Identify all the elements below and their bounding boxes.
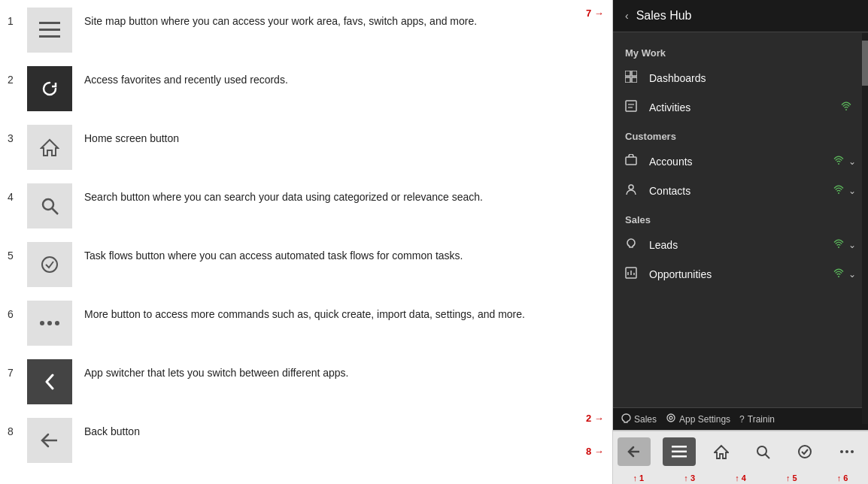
more-icon[interactable] <box>27 301 72 346</box>
svg-rect-14 <box>632 77 637 83</box>
more-nav-icon[interactable] <box>830 437 863 466</box>
sidebar-item-opportunities[interactable]: Opportunities⌄ <box>613 259 868 289</box>
sidebar-item-icon-leads <box>625 237 640 252</box>
chevron-down-icon-leads[interactable]: ⌄ <box>848 240 856 250</box>
wifi-icon-contacts <box>833 185 844 196</box>
item-row-4: 4Search button where you can search your… <box>8 183 597 228</box>
wifi-icon-leads <box>833 239 844 250</box>
hamburger-menu-icon[interactable] <box>27 8 72 53</box>
item-text-6: More button to access more commands such… <box>84 301 525 322</box>
bottom-bar-icon-0 <box>621 413 631 425</box>
svg-point-18 <box>845 109 847 110</box>
recent-records-icon[interactable] <box>27 66 72 111</box>
sidebar-item-label-contacts: Contacts <box>649 185 833 197</box>
sidebar-item-accounts[interactable]: Accounts⌄ <box>613 147 868 176</box>
hamburger-nav-icon[interactable] <box>663 437 696 466</box>
sidebar-item-icon-activities <box>625 100 640 114</box>
item-text-4: Search button where you can search your … <box>84 183 483 205</box>
task-flows-icon[interactable] <box>27 242 72 287</box>
svg-rect-1 <box>39 29 60 31</box>
svg-marker-3 <box>41 140 58 156</box>
nav-annotation-6: ↑ 6 <box>826 473 859 482</box>
item-number-6: 6 <box>8 308 21 320</box>
sidebar-item-label-accounts: Accounts <box>649 156 833 168</box>
sidebar-back-icon[interactable]: ‹ <box>625 10 629 22</box>
svg-line-5 <box>53 209 59 215</box>
home-icon[interactable] <box>27 125 72 170</box>
chevron-down-icon-contacts[interactable]: ⌄ <box>848 186 856 196</box>
svg-point-41 <box>851 450 854 453</box>
chevron-down-icon-opportunities[interactable]: ⌄ <box>848 269 856 280</box>
svg-rect-15 <box>626 101 636 111</box>
wifi-icon-accounts <box>833 156 844 167</box>
item-row-3: 3Home screen button <box>8 125 597 170</box>
item-text-7: App switcher that lets you switch betwee… <box>84 359 349 381</box>
item-row-8: 8Back button <box>8 418 597 463</box>
sidebar-item-icon-dashboards <box>625 71 640 85</box>
nav-bar <box>613 431 868 472</box>
back-nav-button[interactable] <box>618 437 651 466</box>
item-number-8: 8 <box>8 425 21 437</box>
taskflow-nav-icon[interactable] <box>788 437 821 466</box>
scrollbar-track[interactable] <box>862 33 868 424</box>
sidebar-item-dashboards[interactable]: Dashboards <box>613 63 868 92</box>
scrollbar-thumb[interactable] <box>862 41 868 86</box>
item-text-3: Home screen button <box>84 125 179 147</box>
bottom-bar-item-sales[interactable]: Sales <box>621 413 657 425</box>
app-switcher-icon[interactable] <box>27 359 72 404</box>
item-number-7: 7 <box>8 367 21 379</box>
item-number-5: 5 <box>8 250 21 262</box>
bottom-bar-item-trainin[interactable]: ?Trainin <box>739 414 775 425</box>
nav-annotation-4: ↑ 4 <box>724 473 757 482</box>
bottom-bar-label-1: App Settings <box>679 414 730 425</box>
chevron-down-icon-accounts[interactable]: ⌄ <box>848 156 856 167</box>
sidebar-item-label-opportunities: Opportunities <box>649 268 833 280</box>
bottom-bar-item-app-settings[interactable]: App Settings <box>666 413 730 425</box>
item-number-2: 2 <box>8 74 21 86</box>
svg-rect-19 <box>626 157 636 165</box>
left-panel: 1Site map button where you can access yo… <box>0 0 612 484</box>
search-icon[interactable] <box>27 183 72 228</box>
nav-annotations-wrapper: ↑ 1↑ 3↑ 4↑ 5↑ 6 <box>613 430 868 484</box>
svg-rect-34 <box>672 455 687 458</box>
item-row-7: 7App switcher that lets you switch betwe… <box>8 359 597 404</box>
svg-point-22 <box>838 192 839 194</box>
nav-annotation-row: ↑ 1↑ 3↑ 4↑ 5↑ 6 <box>613 472 868 484</box>
back-button-icon[interactable] <box>27 418 72 463</box>
sidebar-item-label-dashboards: Dashboards <box>649 72 856 84</box>
sidebar-item-leads[interactable]: Leads⌄ <box>613 230 868 259</box>
bottom-bar-label-2: Trainin <box>748 414 775 425</box>
svg-rect-12 <box>632 71 637 76</box>
sidebar-title: Sales Hub <box>636 9 692 23</box>
item-row-2: 2Access favorites and recently used reco… <box>8 66 597 111</box>
item-text-2: Access favorites and recently used recor… <box>84 66 288 88</box>
sidebar-content[interactable]: My WorkDashboardsActivitiesCustomersAcco… <box>613 32 868 407</box>
svg-point-6 <box>42 257 57 272</box>
sidebar-header[interactable]: ‹ Sales Hub <box>613 0 868 32</box>
sidebar-item-activities[interactable]: Activities <box>613 92 868 122</box>
svg-rect-33 <box>672 451 687 453</box>
svg-rect-11 <box>625 71 630 76</box>
nav-annotation-3: ↑ 3 <box>673 473 706 482</box>
sidebar-item-icon-accounts <box>625 154 640 168</box>
svg-point-29 <box>667 414 675 422</box>
item-text-1: Site map button where you can access you… <box>84 8 477 29</box>
bottom-bar-icon-1 <box>666 413 676 425</box>
svg-point-4 <box>43 199 53 210</box>
search-nav-icon[interactable] <box>746 437 779 466</box>
item-row-5: 5Task flows button where you can access … <box>8 242 597 287</box>
sidebar-section-label-0: My Work <box>613 38 868 63</box>
home-nav-icon[interactable] <box>705 437 738 466</box>
svg-point-8 <box>47 321 52 325</box>
sidebar-section-label-2: Sales <box>613 205 868 230</box>
svg-point-20 <box>838 163 839 165</box>
sidebar-item-contacts[interactable]: Contacts⌄ <box>613 176 868 205</box>
bottom-favorites-bar: SalesApp Settings?Trainin <box>613 407 868 430</box>
svg-point-28 <box>838 276 839 277</box>
right-panel: ‹ Sales Hub My WorkDashboardsActivitiesC… <box>612 0 868 484</box>
item-row-1: 1Site map button where you can access yo… <box>8 8 597 53</box>
bottom-bar-label-0: Sales <box>634 414 657 425</box>
item-text-8: Back button <box>84 418 140 440</box>
svg-point-39 <box>840 450 843 453</box>
svg-point-23 <box>838 247 839 248</box>
